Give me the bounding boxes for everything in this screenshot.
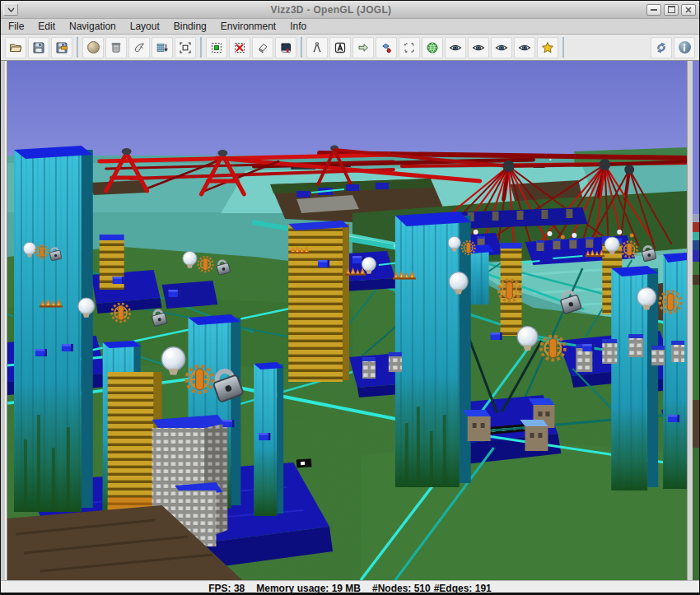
teal-tower <box>663 253 687 489</box>
globe-icon <box>426 41 439 54</box>
add-node-icon <box>210 41 223 54</box>
measure-button[interactable] <box>306 37 328 58</box>
save-as-button[interactable] <box>51 37 72 58</box>
documentation-button[interactable] <box>275 37 296 58</box>
remove-node-button[interactable] <box>229 37 250 58</box>
toolbar-separator <box>77 37 78 58</box>
favorites-button[interactable] <box>537 37 558 58</box>
delete-button[interactable] <box>105 37 127 58</box>
toolbar-separator <box>200 37 202 58</box>
fit-screen-icon <box>179 41 192 54</box>
status-bar: FPS: 38 Memory usage: 19 MB #Nodes: 510 … <box>1 580 699 595</box>
sphere-icon <box>87 41 100 53</box>
save-button[interactable] <box>28 37 49 58</box>
window-controls <box>644 4 696 16</box>
toolbar <box>1 35 699 61</box>
window-title: Vizz3D - OpenGL (JOGL) <box>18 4 644 16</box>
teal-tower-giant <box>14 146 93 512</box>
maximize-button[interactable] <box>664 4 679 16</box>
menu-file[interactable]: File <box>8 21 24 32</box>
clear-scene-button[interactable] <box>128 37 150 58</box>
sort-layers-button[interactable] <box>152 37 173 58</box>
star-icon <box>541 41 554 54</box>
app-window: Vizz3D - OpenGL (JOGL) File Edit Navigat… <box>0 0 700 595</box>
toolbar-separator <box>562 37 564 58</box>
viewport-right-frame <box>687 61 693 580</box>
minimize-icon <box>651 9 657 11</box>
title-bar: Vizz3D - OpenGL (JOGL) <box>1 1 699 19</box>
fit-to-screen-button[interactable] <box>175 37 196 58</box>
book-icon <box>279 41 292 54</box>
move-node-button[interactable] <box>376 37 397 58</box>
view-toggle-1-button[interactable] <box>445 37 466 58</box>
eraser-icon <box>256 41 269 54</box>
maximize-icon <box>668 6 675 13</box>
step-forward-button[interactable] <box>352 37 374 58</box>
open-folder-icon <box>9 41 22 54</box>
eye-icon <box>449 41 462 54</box>
view-toggle-2-button[interactable] <box>468 37 489 58</box>
toolbar-separator <box>301 37 302 58</box>
about-button[interactable] <box>674 37 695 58</box>
teal-tower-giant <box>395 212 471 487</box>
compass-icon <box>310 41 324 54</box>
sky <box>7 61 687 158</box>
window-menu-button[interactable] <box>3 3 18 16</box>
info-glyph <box>682 44 687 52</box>
arrow-right-icon <box>357 41 370 54</box>
eraser-button[interactable] <box>252 37 273 58</box>
reload-icon <box>655 41 668 54</box>
gold-tower-tall <box>288 221 349 382</box>
close-button[interactable] <box>681 4 696 16</box>
chevron-down-icon <box>7 7 15 12</box>
opengl-3d-viewport[interactable] <box>7 61 687 580</box>
text-a-icon <box>334 41 347 54</box>
viewport-row <box>1 61 699 580</box>
save-icon <box>32 41 45 54</box>
view-toggle-3-button[interactable] <box>491 37 512 58</box>
brush-sweep-icon <box>133 41 146 54</box>
marquee-icon <box>403 41 416 54</box>
eye-icon <box>472 41 485 54</box>
text-labels-button[interactable] <box>329 37 351 58</box>
menu-info[interactable]: Info <box>290 21 306 32</box>
sphere-mode-button[interactable] <box>82 37 104 58</box>
eye-icon <box>495 41 508 54</box>
close-icon <box>685 7 692 13</box>
trash-icon <box>110 41 123 54</box>
world-mode-button[interactable] <box>422 37 443 58</box>
view-toggle-4-button[interactable] <box>514 37 535 58</box>
menu-edit[interactable]: Edit <box>38 21 55 32</box>
status-nodes: #Nodes: 510 <box>372 583 431 594</box>
menu-binding[interactable]: Binding <box>174 21 207 32</box>
viewport-right-sliver <box>693 61 699 580</box>
menu-environment[interactable]: Environment <box>221 21 276 32</box>
menu-navigation[interactable]: Navigation <box>69 21 116 32</box>
open-button[interactable] <box>5 37 26 58</box>
minimize-button[interactable] <box>646 4 661 16</box>
status-fps: FPS: 38 <box>208 583 245 594</box>
status-edges: #Edges: 191 <box>434 583 492 594</box>
eye-icon <box>518 41 531 54</box>
menu-bar: File Edit Navigation Layout Binding Envi… <box>1 19 699 35</box>
add-node-button[interactable] <box>206 37 227 58</box>
info-icon <box>679 41 691 53</box>
viewport-left-frame <box>1 61 7 580</box>
reload-button[interactable] <box>651 37 672 58</box>
remove-node-icon <box>233 41 246 54</box>
status-memory: Memory usage: 19 MB <box>256 583 361 594</box>
save-as-icon <box>55 41 68 54</box>
select-region-button[interactable] <box>399 37 420 58</box>
move-node-icon <box>380 41 393 54</box>
menu-layout[interactable]: Layout <box>130 21 160 32</box>
sort-layers-icon <box>156 41 169 54</box>
